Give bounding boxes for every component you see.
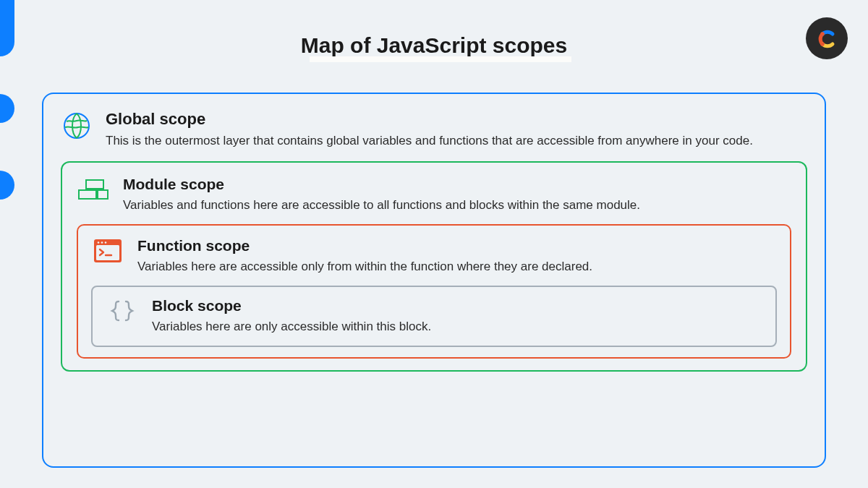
scope-block-title: Block scope (152, 297, 762, 314)
braces-icon (106, 297, 139, 323)
terminal-icon (91, 237, 124, 263)
svg-point-2 (64, 114, 89, 138)
svg-rect-4 (79, 190, 96, 199)
scope-global-desc: This is the outermost layer that contain… (106, 133, 807, 150)
decoration-blob (0, 171, 14, 200)
svg-point-1 (820, 42, 825, 46)
scope-module-desc: Variables and functions here are accessi… (123, 197, 791, 214)
scope-function-title: Function scope (137, 237, 777, 254)
page-title: Map of JavaScript scopes (301, 33, 567, 58)
svg-rect-7 (96, 245, 119, 260)
svg-point-8 (98, 241, 100, 244)
scope-global-box: Global scope This is the outermost layer… (42, 93, 826, 468)
bricks-icon (77, 176, 110, 203)
scope-module-box: Module scope Variables and functions her… (61, 161, 807, 372)
decoration-blob (0, 94, 14, 123)
svg-point-0 (820, 32, 825, 36)
scope-block-desc: Variables here are only accessible withi… (152, 319, 762, 335)
scope-function-box: Function scope Variables here are access… (77, 224, 791, 359)
globe-icon (61, 110, 93, 140)
svg-rect-3 (86, 180, 103, 189)
scope-global-title: Global scope (106, 110, 807, 129)
svg-point-10 (105, 241, 107, 244)
svg-rect-5 (98, 190, 108, 199)
contentful-logo (806, 17, 848, 59)
scope-block-box: Block scope Variables here are only acce… (91, 286, 777, 347)
scope-module-title: Module scope (123, 176, 791, 193)
scope-function-desc: Variables here are accessible only from … (137, 259, 777, 275)
svg-point-9 (101, 241, 103, 244)
decoration-blob (0, 0, 14, 56)
